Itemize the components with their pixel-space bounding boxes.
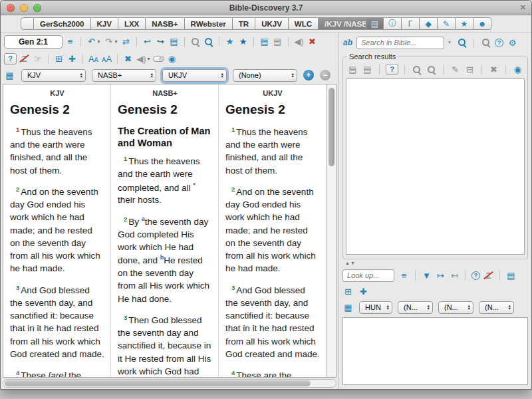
expand-results-icon[interactable]: ◉ <box>512 64 523 75</box>
remove-version-button[interactable]: − <box>320 70 331 80</box>
favorites-edit-icon[interactable]: ★ <box>237 36 249 47</box>
lookup-strongs-off-icon[interactable]: Z <box>483 270 494 281</box>
notes-tab-icon[interactable]: ✎ <box>438 17 456 30</box>
back-icon[interactable]: ↶ <box>86 36 97 47</box>
add-comment-icon[interactable]: ✚ <box>66 53 78 65</box>
workspace-tab-lxx[interactable]: LXX <box>118 17 146 30</box>
workspace-tab-gersch2000[interactable]: GerSch2000 <box>34 17 91 30</box>
dictionary-columns-icon[interactable]: ▦ <box>342 302 354 313</box>
open-results-icon[interactable]: ▤ <box>347 64 358 75</box>
next-entry-icon[interactable]: ↦ <box>435 270 446 281</box>
speak-menu-icon[interactable]: ▾ <box>146 53 151 65</box>
vertical-scrollbar[interactable] <box>327 84 336 377</box>
horizontal-scrollbar-thumb[interactable] <box>5 380 311 386</box>
history-list-icon[interactable]: ▤ <box>168 36 180 47</box>
add-module-icon[interactable]: ⊞ <box>53 53 65 65</box>
workspace-tab-nasb-[interactable]: NASB+ <box>146 17 184 30</box>
strongs-off-icon[interactable]: Z <box>19 53 30 65</box>
verse-notes-icon[interactable]: ▤ <box>259 36 270 47</box>
verse-list-icon[interactable]: ≡ <box>65 36 76 47</box>
lookup-input[interactable] <box>342 269 394 282</box>
copy-results-icon[interactable]: ⊟ <box>464 64 475 75</box>
search-settings-icon[interactable]: ⚙ <box>507 37 518 49</box>
toolbar-toggle-icon[interactable] <box>153 53 164 65</box>
workspace-tab-tr[interactable]: TR <box>233 17 255 30</box>
version-select-1[interactable]: KJV▲▼ <box>21 69 86 82</box>
dictionary-tab-icon[interactable]: ◆ <box>420 17 438 30</box>
verse-2: 2And on the seventh day God ended his wo… <box>10 185 104 275</box>
filter-icon[interactable]: ▼ <box>421 270 432 281</box>
save-results-icon[interactable]: ▤ <box>362 64 373 75</box>
favorites-icon[interactable]: ★ <box>224 36 235 47</box>
workspace-tab-rwebster[interactable]: RWebster <box>185 17 233 30</box>
collapse-toolbar-icon[interactable]: ◉ <box>166 53 178 65</box>
search-again-icon[interactable] <box>411 64 422 75</box>
search-in-module-icon[interactable] <box>456 37 467 49</box>
search-all-modules-icon[interactable] <box>480 37 491 49</box>
panel-splitter[interactable]: ▲▼ <box>342 259 528 267</box>
add-dictionary-icon[interactable]: ⊞ <box>342 286 354 297</box>
vertical-scrollbar-thumb[interactable] <box>329 88 334 166</box>
chevron-updown-icon: ▲▼ <box>464 305 471 311</box>
version-select-2[interactable]: NASB+▲▼ <box>92 69 156 82</box>
search-help-icon[interactable]: ? <box>495 39 503 47</box>
font-increase-icon[interactable]: ᴀA <box>101 53 112 65</box>
dictionary-list-icon[interactable]: ▤ <box>505 270 517 281</box>
search-history-menu-icon[interactable]: ▾ <box>447 37 452 49</box>
sync-panels-icon[interactable]: ⇄ <box>120 36 132 47</box>
dictionary-select-1[interactable]: HUN▲▼ <box>359 301 392 314</box>
forward-icon[interactable]: ↷ <box>103 36 114 47</box>
bible-search-tab-icon[interactable]: ▤ <box>366 17 384 30</box>
title-bar[interactable]: Bible-Discovery 3.7 ✕ <box>1 1 531 15</box>
tab-scroll-left[interactable] <box>21 17 34 30</box>
column-header: KJV <box>10 89 104 97</box>
chevron-updown-icon: ▲▼ <box>217 72 224 78</box>
panel-close-icon[interactable]: ✕ <box>520 3 526 12</box>
chapter-notes-icon[interactable]: ▤ <box>272 36 283 47</box>
highlight-results-icon[interactable]: ✎ <box>450 64 461 75</box>
reference-input[interactable] <box>4 35 63 49</box>
bible-pane: ≡↶▾↷▾⇄↩↪▤★★▤▤◀)✖ ?Z☞⊞✚AᴀᴀA✖◀)▾◉ ▦KJV▲▼NA… <box>1 33 338 389</box>
workspace-tab-wlc[interactable]: WLC <box>289 17 319 30</box>
search-back-icon[interactable] <box>190 36 201 47</box>
version-select-4[interactable]: (None)▲▼ <box>233 69 297 82</box>
workspace-tab-kjv[interactable]: KJV <box>91 17 118 30</box>
results-help-button[interactable]: ? <box>386 64 398 75</box>
search-input[interactable] <box>356 37 444 49</box>
select-mode-icon[interactable]: ☞ <box>32 53 43 65</box>
help-button[interactable]: ? <box>4 53 17 65</box>
next-reference-icon[interactable]: ↪ <box>155 36 166 47</box>
community-tab-icon[interactable]: ☻ <box>473 17 491 30</box>
add-wordlist-icon[interactable]: ✚ <box>358 286 369 297</box>
clear-results-icon[interactable]: ✖ <box>488 64 499 75</box>
font-decrease-icon[interactable]: Aᴀ <box>88 53 99 65</box>
version-select-1-value: KJV <box>27 71 41 79</box>
speak-icon[interactable]: ◀) <box>136 53 147 65</box>
lookup-help-icon[interactable]: ? <box>471 271 480 280</box>
prev-entry-icon[interactable]: ↤ <box>449 270 460 281</box>
add-version-button[interactable]: + <box>303 70 314 80</box>
toolbar-separator <box>219 37 219 47</box>
back-menu-icon[interactable]: ▾ <box>96 36 101 47</box>
dictionary-select-2[interactable]: (N...▲▼ <box>398 301 433 314</box>
parallel-columns-icon[interactable]: ▦ <box>4 70 15 81</box>
read-aloud-icon[interactable]: ◀) <box>293 36 305 47</box>
forward-menu-icon[interactable]: ▾ <box>114 36 118 47</box>
refine-search-icon[interactable] <box>426 64 437 75</box>
search-forward-icon[interactable] <box>203 36 214 47</box>
workspace-tab-ukjv[interactable]: UKJV <box>255 17 289 30</box>
info-tab-icon[interactable]: ⓘ <box>384 17 402 30</box>
prev-reference-icon[interactable]: ↩ <box>142 36 153 47</box>
mute-icon[interactable]: ✖ <box>122 53 134 65</box>
bookmarks-tab-icon[interactable]: ★ <box>456 17 473 30</box>
version-select-3[interactable]: UKJV▲▼ <box>162 69 227 82</box>
dictionary-add-row: ⊞✚ <box>342 284 528 299</box>
morphology-tab-icon[interactable]: Γ <box>402 17 420 30</box>
horizontal-scrollbar[interactable] <box>3 379 336 388</box>
dictionary-select-3[interactable]: (N...▲▼ <box>438 301 473 314</box>
close-view-icon[interactable]: ✖ <box>307 36 318 47</box>
lookup-list-icon[interactable]: ≡ <box>398 270 410 281</box>
dictionary-select-4[interactable]: (N...▲▼ <box>479 301 514 314</box>
search-results-list[interactable] <box>346 78 525 255</box>
dictionary-content[interactable] <box>342 317 528 385</box>
